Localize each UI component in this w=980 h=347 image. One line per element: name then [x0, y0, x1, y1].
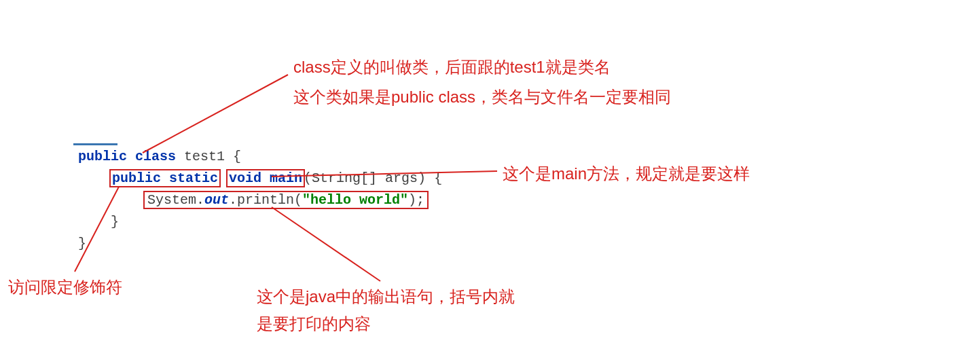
box-void-main: void main	[226, 169, 305, 187]
string-literal: "hello world"	[302, 192, 408, 208]
indent2	[78, 192, 143, 208]
diagram-canvas: public class test1 { public static void …	[0, 0, 980, 347]
brace-open: {	[225, 149, 241, 164]
anno-access-modifier: 访问限定修饰符	[8, 274, 122, 300]
svg-line-0	[143, 75, 288, 153]
anno-class-def-line1: class定义的叫做类，后面跟的test1就是类名	[293, 54, 611, 80]
println: .println(	[229, 192, 302, 208]
anno-main-method: 这个是main方法，规定就是要这样	[503, 161, 750, 187]
box-println: System.out.println("hello world");	[143, 191, 429, 209]
main-args: (String[] args) {	[304, 170, 442, 186]
kw-public: public	[78, 149, 127, 164]
close-brace-outer: }	[78, 236, 86, 251]
indent	[78, 170, 111, 186]
anno-println-line1: 这个是java中的输出语句，括号内就	[257, 284, 515, 310]
class-name: test1	[184, 149, 225, 164]
kw-void-main: void main	[229, 170, 302, 186]
anno-class-def-line2: 这个类如果是public class，类名与文件名一定要相同	[293, 84, 671, 110]
kw-class: class	[135, 149, 176, 164]
kw-public-static: public static	[112, 170, 218, 186]
stmt-end: );	[408, 192, 424, 208]
code-snippet: public class test1 { public static void …	[78, 146, 442, 255]
out-field: out	[204, 192, 229, 208]
anno-println-line2: 是要打印的内容	[257, 311, 371, 337]
editor-selection-bar	[73, 143, 117, 145]
box-public-static: public static	[109, 169, 221, 187]
sys: System.	[147, 192, 204, 208]
close-brace-inner: }	[78, 214, 119, 230]
